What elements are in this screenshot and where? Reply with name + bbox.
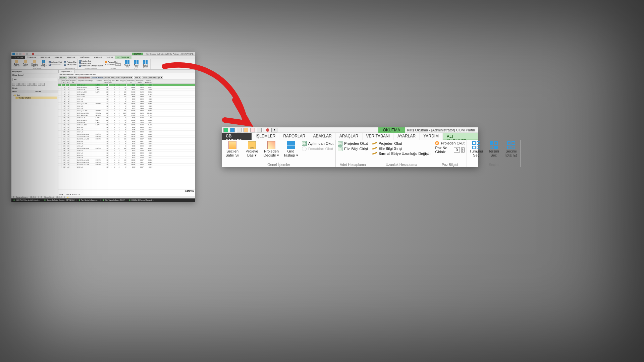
left-panel: Proje Ağacı [ Proje Seçiniz ] Filtrele T… xyxy=(11,70,58,196)
co-projeye-bas[interactable]: ProjeyeBas ▾ xyxy=(244,141,260,157)
table-row[interactable]: 364744/10 L=31011430,120,6170,074 xyxy=(58,166,195,168)
record-icon[interactable] xyxy=(266,128,269,132)
co-menu-araclar[interactable]: ARAÇLAR xyxy=(336,133,363,140)
callout-arrow xyxy=(158,56,265,143)
co-secimi-iptal[interactable]: Seçimiİptal Et xyxy=(504,141,519,157)
table-row[interactable]: 304144/12 L=31211430,120,8880,107 xyxy=(58,152,195,154)
secilen-satiri-sil[interactable]: SeçilenSatırı Sil xyxy=(12,60,20,67)
menu-islemler[interactable]: İŞLEMLER xyxy=(25,56,38,59)
proje-seciniz[interactable]: [ Proje Seçiniz ] xyxy=(11,73,58,77)
co-secilen-satiri-sil[interactable]: SeçilenSatırı Sil xyxy=(224,141,241,157)
elle-bilgi-girisi-uzunluk[interactable]: Elle Bilgi Girişi xyxy=(79,62,103,64)
table-row[interactable]: 2828154/10/10 etr /=200ETRİYE10111520030… xyxy=(58,147,195,149)
co-elle-bilgi-adet[interactable]: Elle Bilgi Girişi xyxy=(338,146,368,151)
spinner-updown[interactable]: ▲▼ xyxy=(461,147,465,153)
group-poz: Projeden Okut Poz No Giriniz0 Poz Bilgis… xyxy=(104,59,122,69)
menu-abaklar[interactable]: ABAKLAR xyxy=(52,56,65,59)
grid-taslagi[interactable]: GridTaslağı ▾ xyxy=(40,60,48,67)
group-uzunluk: Projeden Okut Elle Bilgi Girişi Sarmal E… xyxy=(78,59,104,69)
co-menu-veritabani[interactable]: VERİTABANI xyxy=(363,133,394,140)
app-title: Kiriş Okutma - [Administrator] COM Plati… xyxy=(146,53,194,55)
pager[interactable]: ≪ ◀ 1 / 2404 ▶ ≫ + — ✓ × xyxy=(58,193,195,196)
menu-ayarlar[interactable]: AYARLAR xyxy=(92,56,104,59)
group-genel: SeçilenSatırı Sil ProjeyeBas ▾ ProjedenD… xyxy=(11,59,63,69)
quick-access-toolbar: OKUTMA Kiriş Okutma - [Administrator] CO… xyxy=(11,52,195,56)
co-menu-raporlar[interactable]: RAPORLAR xyxy=(279,133,309,140)
co-group-poz: BProjeden Okut Poz No Giriniz 0 ▲▼ Poz B… xyxy=(433,140,467,167)
elle-bilgi-girisi-adet[interactable]: Elle Bilgi Girişi xyxy=(64,64,76,66)
menu-yardim[interactable]: YARDIM xyxy=(104,56,115,59)
poz-projeden-okut[interactable]: Projeden Okut xyxy=(105,61,121,63)
menu-alt-islemler[interactable]: ALT İŞLEMLER xyxy=(115,56,131,59)
projeden-okut-adet[interactable]: Projeden Okut xyxy=(64,61,76,63)
grid-total: 31,379 TON xyxy=(58,189,195,193)
acilimdan-okut[interactable]: Açılımdan Okut xyxy=(49,61,62,63)
co-poz-projeden-okut[interactable]: BProjeden Okut xyxy=(435,141,464,145)
callout-app-title: Kiriş Okutma - [Administrator] COM Plati… xyxy=(405,128,477,132)
record-icon[interactable] xyxy=(32,53,34,55)
sarmal-etriye[interactable]: Sarmal Etriye Uzunluğu Değiştir xyxy=(79,65,103,67)
co-menu-yardim[interactable]: YARDIM xyxy=(420,133,443,140)
tree-selected[interactable]: 📁 TEMEL GRUBU xyxy=(15,97,57,99)
secimi-iptal[interactable]: Seçimiİptal Et xyxy=(141,59,149,68)
table-row[interactable]: 3445364/10/10 etr /=220ETRİYE10113622079… xyxy=(58,161,195,164)
table-row[interactable]: 3344154/10/10 etr /=220ETRİYE10111522033… xyxy=(58,159,195,161)
co-group-uzunluk: Projeden Okut Elle Bilgi Girişi Sarmal E… xyxy=(370,140,433,167)
projeye-bas[interactable]: ProjeyeBas ▾ xyxy=(21,60,30,67)
donatilari-okut[interactable]: Donatıları Okut xyxy=(49,64,62,66)
co-sarmal-etriye[interactable]: Sarmal Etriye Uzunluğu Değiştir xyxy=(372,151,431,156)
close-icon[interactable]: × xyxy=(71,70,72,72)
co-menu-abaklar[interactable]: ABAKLAR xyxy=(309,133,335,140)
co-poz-no-spinner[interactable]: 0 xyxy=(454,147,460,153)
co-tumunu-sec[interactable]: TümünüSeç xyxy=(469,141,484,157)
co-poz-no-giriniz: Poz No Giriniz 0 ▲▼ xyxy=(435,146,464,154)
search-input[interactable] xyxy=(12,78,57,81)
table-row[interactable]: 272754/16 /=61611560,301,5800,474 xyxy=(58,145,195,147)
callout-title-context: OKUTMA xyxy=(378,127,405,133)
tree-root[interactable]: ▸ 📁 Test xyxy=(12,94,57,97)
co-group-adet: Projeden Okut Elle Bilgi Girişi Adet Hes… xyxy=(336,140,370,167)
co-projeden-okut-uzunluk[interactable]: Projeden Okut xyxy=(372,141,431,145)
co-menu-alt-islemler[interactable]: ALT İŞLEMLER xyxy=(443,133,478,140)
projeden-degistir[interactable]: ProjedenDeğiştir ▾ xyxy=(31,60,39,67)
table-row[interactable]: 294044/20 /=62011460,122,47034,943 xyxy=(58,149,195,152)
tersini-sec[interactable]: TersiniSeç xyxy=(132,59,140,68)
co-group-secim: TümünüSeç TersiniSeç Seçimiİptal Et Seçi… xyxy=(467,140,521,167)
co-projeden-okut-adet[interactable]: Projeden Okut xyxy=(338,141,368,146)
co-group-genel: SeçilenSatırı Sil ProjeyeBas ▾ ProjedenD… xyxy=(222,140,336,167)
group-secim: TümünüSeç TersiniSeç Seçimiİptal Et Seçi… xyxy=(122,59,151,69)
table-row[interactable]: 3546154/10/10 etr /=220ETRİYE10111522033… xyxy=(58,164,195,166)
doc-tab[interactable]: Kiriş Okutma× xyxy=(58,70,75,73)
kaydet-button[interactable]: KAYDET xyxy=(59,76,67,79)
menu-veritabani[interactable]: VERİTABANI xyxy=(77,56,92,59)
co-elle-bilgi-uzunluk[interactable]: Elle Bilgi Girişi xyxy=(372,146,431,150)
table-row[interactable]: 314234/20 L=32011330,092,4700,222 xyxy=(58,154,195,157)
table-row[interactable]: 324374/20 /=32011730,212,4700,519 xyxy=(58,157,195,159)
tree-tool-1[interactable] xyxy=(12,83,15,86)
co-donatilari-okut[interactable]: Donatıları Okut xyxy=(302,146,333,151)
status-bar: %100 Türk Mühendisliği Ürünüdür… Sunucu … xyxy=(11,198,195,202)
co-menu-ayarlar[interactable]: AYARLAR xyxy=(394,133,420,140)
co-tersini-sec[interactable]: TersiniSeç xyxy=(486,141,501,157)
menu-cbyazilim[interactable]: CB YAZILIM xyxy=(11,56,25,59)
projeden-okut-uzunluk[interactable]: Projeden Okut xyxy=(79,60,103,62)
menu-raporlar[interactable]: RAPORLAR xyxy=(38,56,52,59)
title-context: OKUTMA xyxy=(132,53,143,55)
menu-araclar[interactable]: ARAÇLAR xyxy=(65,56,77,59)
poz-no-giriniz: Poz No Giriniz0 xyxy=(105,63,121,66)
panel-title: Proje Ağacı xyxy=(11,70,58,73)
co-projeden-degistir[interactable]: ProjedenDeğiştir ▾ xyxy=(263,141,280,157)
group-adet: Projeden Okut Elle Bilgi Girişi Adet Hes… xyxy=(63,59,78,69)
co-grid-taslagi[interactable]: GridTaslağı ▾ xyxy=(282,141,299,157)
tumunu-sec[interactable]: TümünüSeç xyxy=(123,59,131,68)
co-acilimdan-okut[interactable]: Açılımdan Okut xyxy=(302,141,333,146)
poz-no-spinner[interactable]: 0 xyxy=(115,63,121,66)
